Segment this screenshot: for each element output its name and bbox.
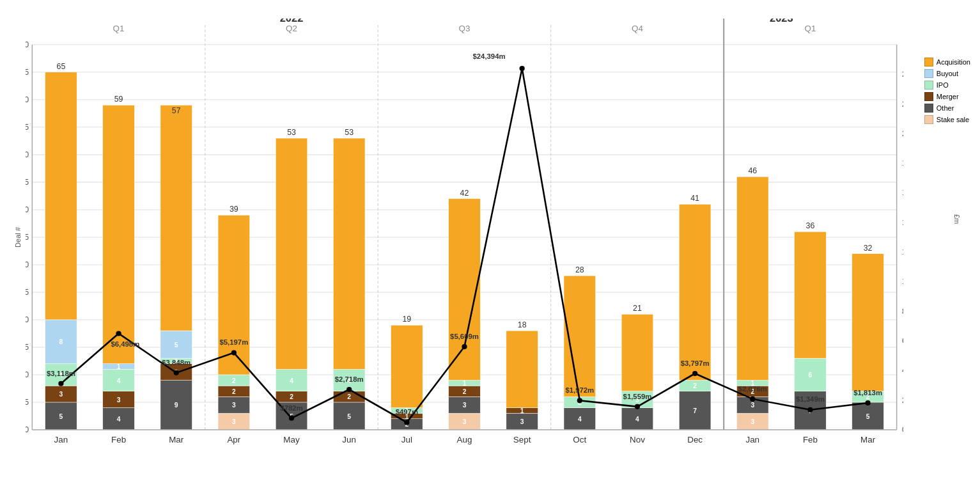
svg-rect-155 bbox=[621, 314, 653, 391]
svg-text:2: 2 bbox=[693, 382, 697, 389]
svg-text:16K: 16K bbox=[902, 189, 903, 198]
svg-point-194 bbox=[289, 416, 294, 421]
svg-rect-74 bbox=[103, 105, 135, 363]
svg-rect-141 bbox=[506, 331, 538, 407]
svg-text:May: May bbox=[283, 435, 300, 444]
svg-text:36: 36 bbox=[806, 221, 815, 230]
svg-text:2: 2 bbox=[290, 393, 293, 400]
svg-text:$3,848m: $3,848m bbox=[162, 359, 191, 366]
svg-point-204 bbox=[865, 400, 870, 405]
svg-text:1: 1 bbox=[117, 363, 121, 370]
svg-text:55: 55 bbox=[26, 123, 29, 132]
svg-text:57: 57 bbox=[172, 106, 181, 115]
svg-text:53: 53 bbox=[345, 128, 354, 137]
svg-text:Nov: Nov bbox=[630, 435, 645, 444]
svg-text:Q2: Q2 bbox=[286, 24, 297, 33]
svg-text:$782m: $782m bbox=[280, 404, 302, 412]
svg-text:42: 42 bbox=[460, 189, 469, 198]
svg-rect-162 bbox=[679, 204, 711, 380]
svg-point-199 bbox=[577, 398, 582, 403]
svg-text:4K: 4K bbox=[902, 366, 903, 375]
svg-text:$24,394m: $24,394m bbox=[472, 52, 505, 60]
svg-text:30: 30 bbox=[26, 260, 29, 269]
y-axis-right-label: £m bbox=[953, 214, 961, 224]
svg-text:5: 5 bbox=[866, 413, 870, 420]
svg-text:0: 0 bbox=[26, 425, 29, 434]
svg-text:21: 21 bbox=[633, 304, 642, 313]
svg-text:65: 65 bbox=[26, 68, 29, 77]
svg-text:2K: 2K bbox=[902, 396, 903, 405]
chart-svg: 05101520253035404550556065700K2K4K6K8K10… bbox=[26, 19, 903, 462]
svg-text:32: 32 bbox=[864, 244, 873, 253]
svg-text:20K: 20K bbox=[902, 129, 903, 138]
svg-text:6: 6 bbox=[809, 372, 813, 379]
svg-text:9: 9 bbox=[175, 402, 178, 409]
svg-text:$1,349m: $1,349m bbox=[796, 396, 825, 404]
svg-text:18: 18 bbox=[518, 320, 527, 329]
svg-text:3: 3 bbox=[117, 397, 121, 404]
svg-text:10K: 10K bbox=[902, 278, 903, 287]
svg-text:$3,118m: $3,118m bbox=[47, 370, 75, 377]
svg-text:$3,797m: $3,797m bbox=[681, 359, 710, 367]
svg-text:15: 15 bbox=[26, 343, 29, 352]
svg-text:5: 5 bbox=[347, 413, 351, 420]
svg-rect-105 bbox=[276, 138, 307, 369]
svg-point-196 bbox=[404, 420, 409, 425]
svg-text:28: 28 bbox=[575, 265, 584, 274]
svg-text:14K: 14K bbox=[902, 218, 903, 227]
svg-point-203 bbox=[807, 407, 813, 412]
svg-text:Feb: Feb bbox=[803, 435, 818, 444]
svg-text:2: 2 bbox=[463, 388, 467, 395]
svg-text:5: 5 bbox=[26, 398, 29, 407]
svg-text:3: 3 bbox=[232, 418, 236, 425]
svg-point-202 bbox=[750, 397, 755, 402]
svg-text:Mar: Mar bbox=[860, 435, 876, 444]
svg-text:35: 35 bbox=[26, 233, 29, 242]
svg-text:Q4: Q4 bbox=[632, 24, 643, 33]
svg-text:Apr: Apr bbox=[227, 435, 240, 444]
svg-text:2: 2 bbox=[232, 388, 236, 395]
svg-text:4: 4 bbox=[117, 416, 121, 423]
svg-text:22K: 22K bbox=[902, 100, 903, 109]
svg-text:Jan: Jan bbox=[54, 435, 68, 444]
svg-text:2022: 2022 bbox=[280, 19, 304, 24]
svg-text:8: 8 bbox=[59, 338, 63, 345]
svg-text:3: 3 bbox=[463, 418, 467, 425]
svg-text:Q3: Q3 bbox=[459, 24, 471, 33]
svg-text:1: 1 bbox=[463, 380, 467, 387]
svg-rect-114 bbox=[333, 138, 365, 369]
svg-text:39: 39 bbox=[229, 205, 238, 214]
y-axis-left-label: Deal # bbox=[14, 227, 22, 248]
svg-text:2: 2 bbox=[232, 377, 236, 384]
svg-point-197 bbox=[462, 344, 467, 349]
svg-text:Jul: Jul bbox=[401, 435, 412, 444]
svg-text:50: 50 bbox=[26, 150, 29, 159]
svg-text:Q1: Q1 bbox=[113, 24, 125, 33]
svg-point-193 bbox=[231, 350, 237, 356]
svg-text:18K: 18K bbox=[902, 159, 903, 168]
svg-text:$497m: $497m bbox=[396, 408, 418, 416]
svg-text:10: 10 bbox=[26, 370, 29, 379]
svg-point-190 bbox=[58, 381, 63, 386]
svg-text:Oct: Oct bbox=[573, 435, 586, 444]
svg-rect-173 bbox=[736, 177, 768, 380]
svg-text:Q1: Q1 bbox=[805, 24, 816, 33]
svg-point-192 bbox=[174, 370, 179, 375]
svg-text:20: 20 bbox=[26, 315, 29, 324]
svg-point-191 bbox=[116, 331, 121, 336]
svg-point-200 bbox=[635, 404, 640, 409]
svg-text:65: 65 bbox=[57, 62, 66, 71]
svg-text:60: 60 bbox=[26, 95, 29, 104]
svg-text:59: 59 bbox=[114, 95, 123, 104]
svg-text:$2,076m: $2,076m bbox=[738, 385, 767, 393]
svg-text:46: 46 bbox=[748, 166, 757, 175]
svg-point-201 bbox=[692, 371, 697, 376]
svg-text:$6,498m: $6,498m bbox=[111, 340, 139, 348]
svg-text:1: 1 bbox=[520, 407, 524, 414]
svg-text:4: 4 bbox=[117, 377, 121, 384]
svg-text:Dec: Dec bbox=[687, 435, 703, 444]
svg-text:Jan: Jan bbox=[745, 435, 759, 444]
svg-rect-180 bbox=[795, 232, 827, 358]
svg-text:40: 40 bbox=[26, 205, 29, 214]
svg-text:3: 3 bbox=[751, 402, 754, 409]
